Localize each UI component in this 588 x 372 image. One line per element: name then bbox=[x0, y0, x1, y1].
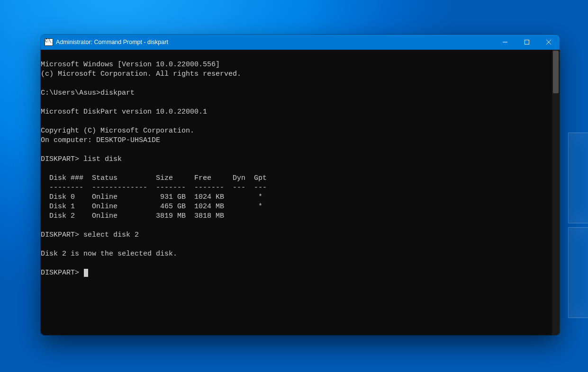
terminal-blank bbox=[41, 165, 45, 173]
titlebar[interactable]: Administrator: Command Prompt - diskpart bbox=[41, 35, 560, 50]
close-button[interactable] bbox=[538, 35, 560, 50]
terminal-blank bbox=[41, 146, 45, 154]
wallpaper-shape bbox=[568, 227, 588, 318]
terminal-line: On computer: DESKTOP-UHSA1DE bbox=[41, 136, 160, 144]
terminal-blank bbox=[41, 117, 45, 125]
disk-table-row: Disk 1 Online 465 GB 1024 MB * bbox=[41, 203, 262, 211]
text-cursor bbox=[84, 269, 88, 277]
wallpaper-shape bbox=[568, 133, 588, 223]
terminal-line: Microsoft Windows [Version 10.0.22000.55… bbox=[41, 61, 220, 69]
terminal-client-area[interactable]: Microsoft Windows [Version 10.0.22000.55… bbox=[41, 50, 560, 335]
scrollbar-thumb[interactable] bbox=[553, 51, 559, 93]
disk-table-divider: -------- ------------- ------- ------- -… bbox=[41, 184, 267, 192]
command-prompt-window: Administrator: Command Prompt - diskpart… bbox=[41, 35, 560, 335]
maximize-button[interactable] bbox=[516, 35, 538, 50]
terminal-line: Disk 2 is now the selected disk. bbox=[41, 250, 177, 258]
terminal-blank bbox=[41, 221, 45, 230]
terminal-line: Copyright (C) Microsoft Corporation. bbox=[41, 127, 194, 135]
cmd-icon bbox=[45, 38, 53, 46]
minimize-button[interactable] bbox=[494, 35, 516, 50]
terminal-line: C:\Users\Asus>diskpart bbox=[41, 89, 135, 97]
terminal-line: (c) Microsoft Corporation. All rights re… bbox=[41, 70, 241, 78]
window-title: Administrator: Command Prompt - diskpart bbox=[56, 39, 168, 45]
terminal-prompt[interactable]: DISKPART> bbox=[41, 269, 88, 277]
disk-table-row: Disk 2 Online 3819 MB 3818 MB bbox=[41, 212, 224, 220]
terminal-blank bbox=[41, 240, 45, 248]
terminal-line: DISKPART> list disk bbox=[41, 155, 122, 163]
svg-rect-1 bbox=[525, 40, 529, 44]
vertical-scrollbar[interactable] bbox=[552, 50, 560, 335]
terminal-blank bbox=[41, 80, 45, 88]
terminal-line: DISKPART> select disk 2 bbox=[41, 231, 139, 239]
terminal-blank bbox=[41, 98, 45, 106]
disk-table-row: Disk 0 Online 931 GB 1024 KB * bbox=[41, 193, 262, 201]
disk-table-header: Disk ### Status Size Free Dyn Gpt bbox=[41, 174, 267, 182]
terminal-line: Microsoft DiskPart version 10.0.22000.1 bbox=[41, 108, 207, 116]
terminal-blank bbox=[41, 259, 45, 267]
prompt-text: DISKPART> bbox=[41, 269, 83, 277]
terminal-output[interactable]: Microsoft Windows [Version 10.0.22000.55… bbox=[41, 50, 552, 335]
